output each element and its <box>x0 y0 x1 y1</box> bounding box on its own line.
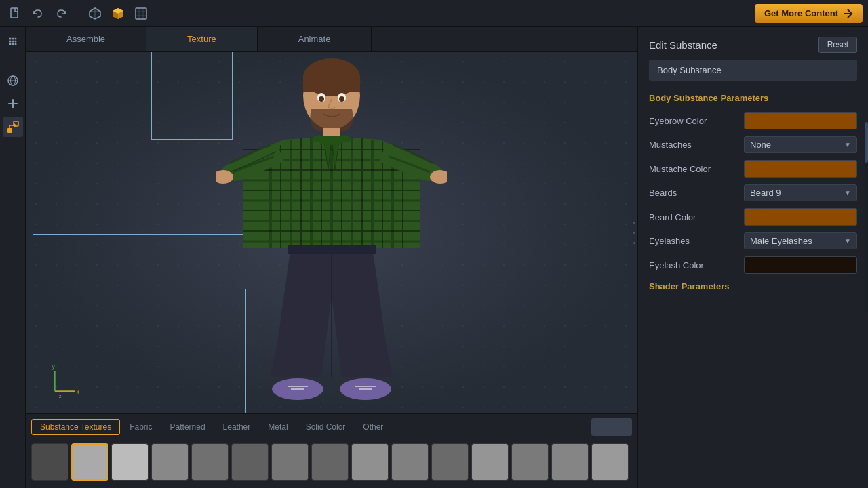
texture-swatch[interactable] <box>151 443 189 481</box>
svg-point-10 <box>14 43 16 45</box>
shader-section-title: Shader Parameters <box>649 281 857 291</box>
beards-value: Beard 9 <box>750 188 781 198</box>
tab-assemble[interactable]: Assemble <box>26 27 146 51</box>
texture-swatch[interactable] <box>551 443 589 481</box>
sidebar-transform-icon[interactable] <box>3 117 23 137</box>
cube-3d-icon[interactable] <box>132 4 151 23</box>
eyelash-color-swatch[interactable] <box>744 256 857 274</box>
svg-point-5 <box>9 41 11 43</box>
texture-swatch[interactable] <box>71 443 108 481</box>
eyelash-color-label: Eyelash Color <box>649 260 744 270</box>
eyebrow-color-row: Eyebrow Color <box>638 108 868 133</box>
beards-row: Beards Beard 9 ▼ <box>638 181 868 205</box>
eyelashes-row: Eyelashes Male Eyelashes ▼ <box>638 229 868 253</box>
beard-color-label: Beard Color <box>649 212 744 222</box>
tex-tab-metal[interactable]: Metal <box>260 420 296 434</box>
main-area: Assemble Texture Animate <box>0 27 868 488</box>
svg-point-6 <box>12 41 14 43</box>
svg-point-8 <box>9 43 11 45</box>
eyelashes-chevron: ▼ <box>844 237 851 245</box>
texture-swatch[interactable] <box>191 443 229 481</box>
eyebrow-color-swatch[interactable] <box>744 112 857 129</box>
texture-swatch[interactable] <box>591 443 629 481</box>
mustaches-control[interactable]: None ▼ <box>744 136 857 153</box>
eyelashes-dropdown[interactable]: Male Eyelashes ▼ <box>744 232 857 249</box>
tab-animate[interactable]: Animate <box>258 27 372 51</box>
eyelash-color-row: Eyelash Color <box>638 253 868 277</box>
axes-indicator: x y z <box>46 359 87 400</box>
get-more-button[interactable]: Get More Content <box>755 4 863 23</box>
mustache-color-swatch[interactable] <box>744 160 857 178</box>
cube-outline-icon[interactable] <box>85 4 104 23</box>
mustache-color-label: Mustache Color <box>649 164 744 174</box>
svg-rect-1 <box>136 8 146 19</box>
svg-point-20 <box>319 96 324 102</box>
texture-tabs: Substance Textures Fabric Patterned Leat… <box>26 414 637 439</box>
panel-header: Edit Substance Reset <box>638 27 868 60</box>
tex-tab-solid[interactable]: Solid Color <box>298 420 354 434</box>
texture-swatch[interactable] <box>471 443 509 481</box>
new-doc-icon[interactable] <box>5 4 24 23</box>
svg-rect-17 <box>303 75 360 92</box>
eyelash-color-control[interactable] <box>744 256 857 274</box>
texture-swatch[interactable] <box>271 443 309 481</box>
shader-section: Shader Parameters <box>638 277 868 296</box>
svg-text:y: y <box>52 363 56 370</box>
texture-swatch[interactable] <box>231 443 269 481</box>
tex-tab-other[interactable]: Other <box>355 420 391 434</box>
tab-texture[interactable]: Texture <box>146 27 258 51</box>
redo-icon[interactable] <box>52 4 71 23</box>
svg-rect-0 <box>11 8 18 18</box>
sidebar-globe-icon[interactable] <box>3 70 23 91</box>
texture-swatch[interactable] <box>391 443 429 481</box>
eyebrow-color-control[interactable] <box>744 112 857 129</box>
bottom-area: Substance Textures Fabric Patterned Leat… <box>26 413 637 488</box>
beards-control[interactable]: Beard 9 ▼ <box>744 184 857 201</box>
texture-swatch[interactable] <box>311 443 349 481</box>
toolbar-icons <box>5 4 151 23</box>
tex-tab-leather[interactable]: Leather <box>215 420 259 434</box>
texture-swatch[interactable] <box>511 443 549 481</box>
svg-point-9 <box>12 43 14 45</box>
mustaches-label: Mustaches <box>649 140 744 150</box>
body-substance-section-title: Body Substance Parameters <box>638 89 868 108</box>
texture-swatch[interactable] <box>431 443 469 481</box>
tex-tab-patterned[interactable]: Patterned <box>162 420 214 434</box>
cube-filled-icon[interactable] <box>108 4 127 23</box>
reset-button[interactable]: Reset <box>818 37 857 53</box>
undo-icon[interactable] <box>28 4 47 23</box>
svg-rect-25 <box>288 245 376 254</box>
panel-resize-dots[interactable]: ••• <box>631 215 637 251</box>
substance-tab[interactable]: Body Substance <box>649 60 857 81</box>
svg-point-7 <box>14 41 16 43</box>
tex-tab-fabric[interactable]: Fabric <box>121 420 160 434</box>
eyelashes-label: Eyelashes <box>649 236 744 246</box>
eyelashes-control[interactable]: Male Eyelashes ▼ <box>744 232 857 249</box>
sidebar-dots-icon[interactable] <box>3 31 23 52</box>
beards-dropdown[interactable]: Beard 9 ▼ <box>744 184 857 201</box>
eyebrow-color-label: Eyebrow Color <box>649 116 744 126</box>
beard-color-swatch[interactable] <box>744 208 857 226</box>
svg-point-3 <box>12 38 14 40</box>
panel-title: Edit Substance <box>649 39 717 51</box>
mustaches-chevron: ▼ <box>844 141 851 148</box>
top-toolbar: Get More Content <box>0 0 868 27</box>
svg-point-2 <box>9 38 11 40</box>
texture-swatch[interactable] <box>351 443 389 481</box>
get-more-label: Get More Content <box>764 8 838 18</box>
svg-text:x: x <box>77 388 80 395</box>
tex-tab-substance[interactable]: Substance Textures <box>31 419 120 435</box>
svg-text:z: z <box>59 393 62 399</box>
texture-swatch[interactable] <box>31 443 68 481</box>
mustache-color-control[interactable] <box>744 160 857 178</box>
beard-color-control[interactable] <box>744 208 857 226</box>
mustaches-value: None <box>750 140 771 150</box>
viewport-3d[interactable]: x y z ••• <box>26 52 637 413</box>
tabs-bar: Assemble Texture Animate <box>26 27 637 52</box>
mustaches-dropdown[interactable]: None ▼ <box>744 136 857 153</box>
right-panel: Edit Substance Reset Body Substance Body… <box>637 27 868 488</box>
svg-point-21 <box>339 96 344 102</box>
beard-color-row: Beard Color <box>638 205 868 229</box>
sidebar-plus-icon[interactable] <box>3 94 23 114</box>
texture-swatch[interactable] <box>111 443 149 481</box>
